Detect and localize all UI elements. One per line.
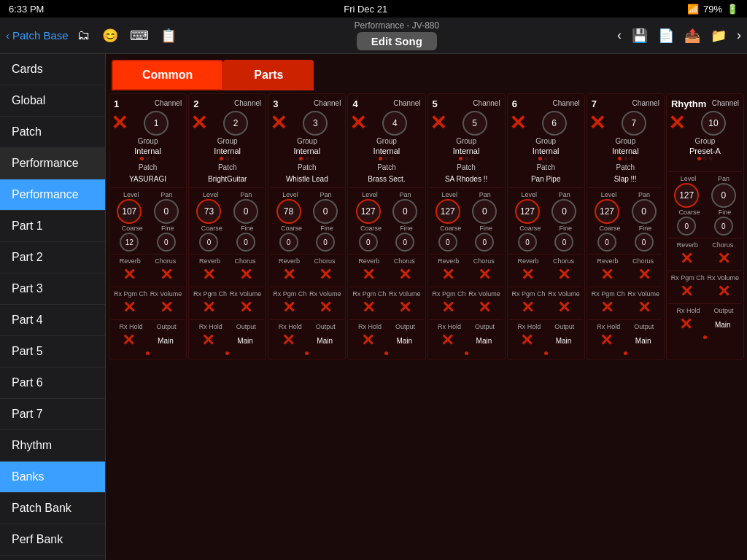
sidebar-item-cards[interactable]: Cards bbox=[0, 54, 105, 85]
chorus-x-6[interactable]: ✕ bbox=[638, 265, 651, 284]
chorus-x-4[interactable]: ✕ bbox=[478, 265, 491, 284]
rxhold-x-7[interactable]: ✕ bbox=[679, 315, 692, 334]
sidebar-item-part4[interactable]: Part 4 bbox=[0, 305, 105, 336]
doc-icon[interactable]: 📋 bbox=[160, 28, 177, 44]
pan-knob-5[interactable]: 0 bbox=[551, 199, 576, 224]
rxvol-x-2[interactable]: ✕ bbox=[319, 298, 332, 317]
mute-x-5[interactable]: ✕ bbox=[509, 113, 526, 133]
back-button[interactable]: ‹ Patch Base bbox=[6, 29, 69, 42]
fine-knob-2[interactable]: 0 bbox=[316, 233, 335, 252]
channel-knob-4[interactable]: 5 bbox=[462, 111, 487, 136]
coarse-knob-7[interactable]: 0 bbox=[677, 217, 696, 236]
fine-knob-4[interactable]: 0 bbox=[475, 233, 494, 252]
rxhold-x-1[interactable]: ✕ bbox=[201, 331, 214, 350]
mute-x-1[interactable]: ✕ bbox=[190, 113, 207, 133]
level-knob-3[interactable]: 127 bbox=[356, 199, 381, 224]
level-knob-5[interactable]: 127 bbox=[515, 199, 540, 224]
face-icon[interactable]: 😊 bbox=[102, 28, 118, 44]
mute-x-2[interactable]: ✕ bbox=[270, 113, 287, 133]
nav-copy-icon[interactable]: 📄 bbox=[658, 28, 674, 44]
coarse-knob-4[interactable]: 0 bbox=[438, 233, 457, 252]
level-knob-6[interactable]: 127 bbox=[595, 199, 619, 224]
rxpgm-x-4[interactable]: ✕ bbox=[441, 298, 454, 317]
rxhold-x-5[interactable]: ✕ bbox=[520, 331, 533, 350]
sidebar-item-part5[interactable]: Part 5 bbox=[0, 336, 105, 368]
tab-parts[interactable]: Parts bbox=[223, 60, 314, 90]
pan-knob-4[interactable]: 0 bbox=[472, 199, 497, 224]
sidebar-item-banks[interactable]: Banks bbox=[0, 462, 105, 493]
sidebar-item-rhythm[interactable]: Rhythm bbox=[0, 430, 105, 462]
level-knob-7[interactable]: 127 bbox=[674, 183, 699, 208]
reverb-x-0[interactable]: ✕ bbox=[123, 265, 136, 284]
fine-knob-6[interactable]: 0 bbox=[635, 233, 654, 252]
rxpgm-x-0[interactable]: ✕ bbox=[123, 298, 136, 317]
rxvol-x-7[interactable]: ✕ bbox=[717, 282, 730, 301]
channel-knob-0[interactable]: 1 bbox=[144, 111, 169, 136]
sidebar-item-perf-bank[interactable]: Perf Bank bbox=[0, 524, 105, 556]
level-knob-2[interactable]: 78 bbox=[276, 199, 301, 224]
chorus-x-3[interactable]: ✕ bbox=[398, 265, 411, 284]
sidebar-item-rhythm-bank[interactable]: Rhythm Bank bbox=[0, 556, 105, 560]
channel-knob-1[interactable]: 2 bbox=[223, 111, 248, 136]
chorus-x-0[interactable]: ✕ bbox=[160, 265, 173, 284]
sidebar-item-patch-bank[interactable]: Patch Bank bbox=[0, 493, 105, 524]
level-knob-0[interactable]: 107 bbox=[117, 199, 142, 224]
reverb-x-5[interactable]: ✕ bbox=[521, 265, 534, 284]
channel-knob-7[interactable]: 10 bbox=[701, 111, 726, 136]
nav-left-arrow[interactable]: ‹ bbox=[617, 28, 622, 43]
chorus-x-1[interactable]: ✕ bbox=[239, 265, 252, 284]
channel-knob-6[interactable]: 7 bbox=[622, 111, 646, 136]
rxvol-x-1[interactable]: ✕ bbox=[239, 298, 252, 317]
reverb-x-7[interactable]: ✕ bbox=[680, 249, 693, 268]
rxhold-x-0[interactable]: ✕ bbox=[122, 331, 135, 350]
folder-icon[interactable]: 🗂 bbox=[77, 28, 90, 44]
pan-knob-0[interactable]: 0 bbox=[154, 199, 179, 224]
fine-knob-0[interactable]: 0 bbox=[157, 233, 176, 252]
level-knob-4[interactable]: 127 bbox=[436, 199, 460, 224]
rxhold-x-2[interactable]: ✕ bbox=[282, 331, 295, 350]
sidebar-item-part3[interactable]: Part 3 bbox=[0, 273, 105, 305]
coarse-knob-0[interactable]: 12 bbox=[120, 233, 139, 252]
rxhold-x-6[interactable]: ✕ bbox=[600, 331, 613, 350]
channel-knob-5[interactable]: 6 bbox=[542, 111, 567, 136]
sidebar-item-part7[interactable]: Part 7 bbox=[0, 399, 105, 430]
coarse-knob-1[interactable]: 0 bbox=[199, 233, 218, 252]
chorus-x-5[interactable]: ✕ bbox=[557, 265, 570, 284]
fine-knob-5[interactable]: 0 bbox=[554, 233, 573, 252]
level-knob-1[interactable]: 73 bbox=[196, 199, 221, 224]
fine-knob-7[interactable]: 0 bbox=[714, 217, 733, 236]
mute-x-7[interactable]: ✕ bbox=[668, 113, 685, 133]
coarse-knob-6[interactable]: 0 bbox=[597, 233, 616, 252]
tab-common[interactable]: Common bbox=[112, 60, 223, 90]
pan-knob-6[interactable]: 0 bbox=[632, 199, 657, 224]
rxpgm-x-5[interactable]: ✕ bbox=[521, 298, 534, 317]
reverb-x-3[interactable]: ✕ bbox=[362, 265, 375, 284]
reverb-x-1[interactable]: ✕ bbox=[202, 265, 215, 284]
pan-knob-7[interactable]: 0 bbox=[711, 183, 736, 208]
pan-knob-3[interactable]: 0 bbox=[392, 199, 417, 224]
rxvol-x-4[interactable]: ✕ bbox=[478, 298, 491, 317]
rxpgm-x-2[interactable]: ✕ bbox=[282, 298, 295, 317]
sidebar-item-performance2[interactable]: Performance bbox=[0, 179, 105, 211]
sidebar-item-part6[interactable]: Part 6 bbox=[0, 368, 105, 399]
nav-export-icon[interactable]: 📁 bbox=[711, 28, 727, 44]
pan-knob-2[interactable]: 0 bbox=[313, 199, 338, 224]
mute-x-3[interactable]: ✕ bbox=[349, 113, 366, 133]
reverb-x-4[interactable]: ✕ bbox=[441, 265, 454, 284]
nav-share-icon[interactable]: 📤 bbox=[684, 28, 700, 44]
nav-save-icon[interactable]: 💾 bbox=[632, 28, 648, 44]
keyboard-icon[interactable]: ⌨ bbox=[130, 28, 149, 44]
nav-title[interactable]: Edit Song bbox=[357, 32, 437, 50]
sidebar-item-performance[interactable]: Performance bbox=[0, 148, 105, 179]
rxpgm-x-7[interactable]: ✕ bbox=[680, 282, 693, 301]
mute-x-4[interactable]: ✕ bbox=[430, 113, 446, 133]
coarse-knob-5[interactable]: 0 bbox=[518, 233, 537, 252]
reverb-x-2[interactable]: ✕ bbox=[282, 265, 295, 284]
rxpgm-x-3[interactable]: ✕ bbox=[362, 298, 375, 317]
rxvol-x-6[interactable]: ✕ bbox=[638, 298, 651, 317]
mute-x-0[interactable]: ✕ bbox=[111, 113, 128, 133]
rxhold-x-3[interactable]: ✕ bbox=[361, 331, 374, 350]
sidebar-item-part1[interactable]: Part 1 bbox=[0, 211, 105, 242]
reverb-x-6[interactable]: ✕ bbox=[600, 265, 614, 284]
nav-right-arrow[interactable]: › bbox=[737, 28, 741, 43]
